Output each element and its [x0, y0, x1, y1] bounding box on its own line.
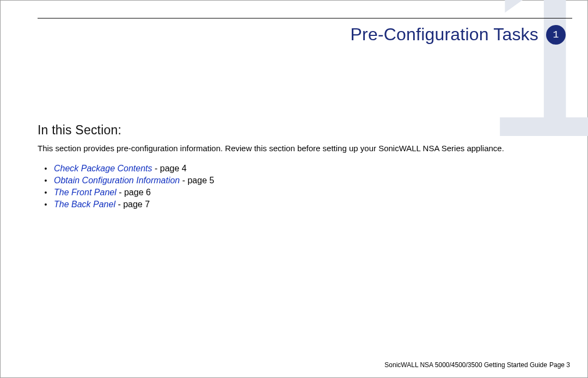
toc-list: • Check Package Contents - page 4 • Obta…	[38, 162, 214, 209]
toc-link-back-panel[interactable]: The Back Panel	[54, 200, 115, 209]
bullet-icon: •	[38, 200, 54, 209]
header-rule	[38, 18, 572, 18]
toc-page-ref: - page 4	[152, 164, 187, 173]
footer: SonicWALL NSA 5000/4500/3500 Getting Sta…	[384, 361, 570, 369]
section-intro: This section provides pre-configuration …	[38, 144, 571, 153]
footer-page-number: Page 3	[549, 361, 570, 369]
toc-link-front-panel[interactable]: The Front Panel	[54, 188, 117, 197]
toc-page-ref: - page 5	[180, 176, 214, 185]
toc-link-obtain-config[interactable]: Obtain Configuration Information	[54, 176, 180, 185]
toc-link-check-package[interactable]: Check Package Contents	[54, 164, 152, 173]
list-item: • The Front Panel - page 6	[38, 188, 214, 197]
toc-page-ref: - page 7	[115, 200, 150, 209]
list-item: • Obtain Configuration Information - pag…	[38, 176, 214, 185]
page: 1 Pre-Configuration Tasks 1 In this Sect…	[0, 0, 588, 378]
chapter-title: Pre-Configuration Tasks	[350, 24, 538, 45]
chapter-header: Pre-Configuration Tasks 1	[350, 24, 566, 45]
chapter-number-badge: 1	[546, 25, 566, 45]
list-item: • Check Package Contents - page 4	[38, 164, 214, 173]
bullet-icon: •	[38, 188, 54, 197]
bullet-icon: •	[38, 164, 54, 173]
section-heading: In this Section:	[38, 123, 121, 138]
toc-page-ref: - page 6	[117, 188, 151, 197]
list-item: • The Back Panel - page 7	[38, 200, 214, 209]
bullet-icon: •	[38, 176, 54, 185]
footer-guide-title: SonicWALL NSA 5000/4500/3500 Getting Sta…	[384, 361, 547, 369]
